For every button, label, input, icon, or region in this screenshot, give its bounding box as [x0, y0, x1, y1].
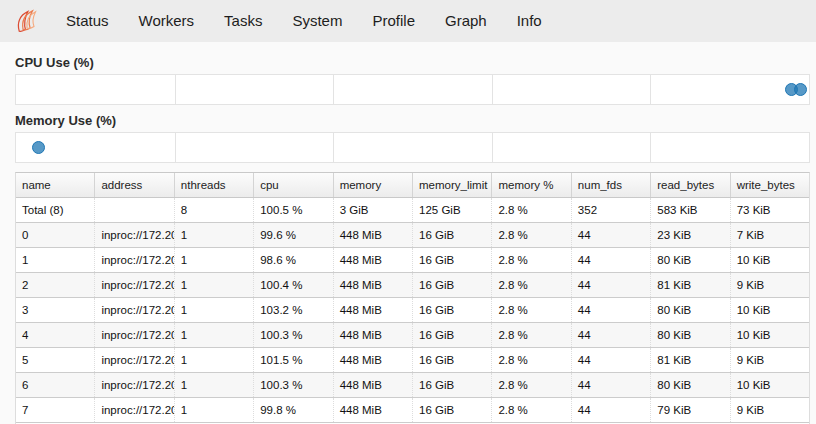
workers-table-header: nameaddressnthreadscpumemorymemory_limit… [16, 173, 809, 198]
nav-workers[interactable]: Workers [124, 0, 210, 42]
worker-dot[interactable] [794, 83, 807, 96]
gridline [650, 75, 651, 104]
navbar: Status Workers Tasks System Profile Grap… [0, 0, 816, 42]
dask-logo-icon[interactable] [13, 6, 41, 36]
table-cell: 3 GiB [334, 198, 413, 222]
cpu-plot-title: CPU Use (%) [15, 55, 94, 70]
table-cell: 6 [16, 373, 95, 397]
table-cell: 1 [175, 323, 254, 347]
table-cell: 448 MiB [334, 398, 413, 422]
table-cell: 1 [175, 348, 254, 372]
table-cell: 7 KiB [731, 223, 809, 247]
table-cell: 16 GiB [413, 373, 492, 397]
table-cell: 16 GiB [413, 273, 492, 297]
table-cell: 44 [572, 248, 651, 272]
table-cell: 0 [16, 223, 95, 247]
table-cell: 125 GiB [413, 198, 492, 222]
column-header-name[interactable]: name [16, 173, 95, 197]
table-cell: 1 [175, 248, 254, 272]
table-cell: 81 KiB [651, 273, 730, 297]
table-cell: 73 KiB [731, 198, 809, 222]
nav-tasks[interactable]: Tasks [209, 0, 277, 42]
table-row-3[interactable]: 3inproc://172.201103.2 %448 MiB16 GiB2.8… [16, 298, 809, 323]
table-cell: 10 KiB [731, 248, 809, 272]
table-cell: inproc://172.20 [95, 348, 174, 372]
table-cell: 100.5 % [254, 198, 333, 222]
table-cell: 448 MiB [334, 273, 413, 297]
nav-graph[interactable]: Graph [430, 0, 502, 42]
table-cell: 10 KiB [731, 298, 809, 322]
table-cell: 16 GiB [413, 223, 492, 247]
table-cell: 9 KiB [731, 398, 809, 422]
table-cell: 3 [16, 298, 95, 322]
table-cell [95, 198, 174, 222]
table-cell: 2.8 % [492, 198, 571, 222]
table-row-7[interactable]: 7inproc://172.20199.8 %448 MiB16 GiB2.8 … [16, 398, 809, 423]
table-cell: 81 KiB [651, 348, 730, 372]
table-cell: 2.8 % [492, 223, 571, 247]
nav-system[interactable]: System [277, 0, 357, 42]
table-row-0[interactable]: 0inproc://172.20199.6 %448 MiB16 GiB2.8 … [16, 223, 809, 248]
table-cell: 101.5 % [254, 348, 333, 372]
table-cell: 448 MiB [334, 223, 413, 247]
table-cell: 10 KiB [731, 323, 809, 347]
column-header-cpu[interactable]: cpu [254, 173, 333, 197]
table-cell: 98.6 % [254, 248, 333, 272]
table-cell: 16 GiB [413, 348, 492, 372]
column-header-nthreads[interactable]: nthreads [175, 173, 254, 197]
column-header-memory-[interactable]: memory % [492, 173, 571, 197]
column-header-memory[interactable]: memory [334, 173, 413, 197]
column-header-write-bytes[interactable]: write_bytes [731, 173, 809, 197]
table-cell: inproc://172.20 [95, 298, 174, 322]
table-cell: 448 MiB [334, 298, 413, 322]
table-cell: 44 [572, 348, 651, 372]
worker-dot[interactable] [32, 141, 45, 154]
table-cell: 100.3 % [254, 323, 333, 347]
table-cell: 80 KiB [651, 298, 730, 322]
table-cell: 99.8 % [254, 398, 333, 422]
table-cell: 44 [572, 273, 651, 297]
table-cell: 448 MiB [334, 248, 413, 272]
cpu-use-plot[interactable] [15, 74, 810, 105]
table-cell: 4 [16, 323, 95, 347]
table-cell: 2 [16, 273, 95, 297]
column-header-num-fds[interactable]: num_fds [572, 173, 651, 197]
table-cell: Total (8) [16, 198, 95, 222]
table-cell: 583 KiB [651, 198, 730, 222]
table-cell: 1 [175, 298, 254, 322]
table-cell: 80 KiB [651, 248, 730, 272]
table-cell: 2.8 % [492, 348, 571, 372]
table-row-6[interactable]: 6inproc://172.201100.3 %448 MiB16 GiB2.8… [16, 373, 809, 398]
table-cell: inproc://172.20 [95, 398, 174, 422]
nav-info[interactable]: Info [502, 0, 557, 42]
table-cell: 9 KiB [731, 273, 809, 297]
table-cell: inproc://172.20 [95, 373, 174, 397]
table-cell: 352 [572, 198, 651, 222]
nav-status[interactable]: Status [51, 0, 124, 42]
gridline [333, 75, 334, 104]
table-cell: 448 MiB [334, 323, 413, 347]
table-row-5[interactable]: 5inproc://172.201101.5 %448 MiB16 GiB2.8… [16, 348, 809, 373]
table-row-2[interactable]: 2inproc://172.201100.4 %448 MiB16 GiB2.8… [16, 273, 809, 298]
table-row-Total-8-[interactable]: Total (8)8100.5 %3 GiB125 GiB2.8 %352583… [16, 198, 809, 223]
table-cell: 2.8 % [492, 248, 571, 272]
gridline [492, 133, 493, 162]
table-row-4[interactable]: 4inproc://172.201100.3 %448 MiB16 GiB2.8… [16, 323, 809, 348]
table-cell: 5 [16, 348, 95, 372]
column-header-address[interactable]: address [95, 173, 174, 197]
table-cell: 7 [16, 398, 95, 422]
nav-profile[interactable]: Profile [357, 0, 430, 42]
workers-table-body: Total (8)8100.5 %3 GiB125 GiB2.8 %352583… [16, 198, 809, 423]
table-cell: inproc://172.20 [95, 248, 174, 272]
column-header-memory-limit[interactable]: memory_limit [413, 173, 492, 197]
table-cell: 1 [175, 273, 254, 297]
gridline [175, 133, 176, 162]
gridline [175, 75, 176, 104]
table-cell: 100.4 % [254, 273, 333, 297]
dask-dashboard-workers-page: Status Workers Tasks System Profile Grap… [0, 0, 816, 424]
table-cell: 2.8 % [492, 323, 571, 347]
column-header-read-bytes[interactable]: read_bytes [651, 173, 730, 197]
table-row-1[interactable]: 1inproc://172.20198.6 %448 MiB16 GiB2.8 … [16, 248, 809, 273]
memory-use-plot[interactable] [15, 132, 810, 163]
table-cell: 448 MiB [334, 348, 413, 372]
